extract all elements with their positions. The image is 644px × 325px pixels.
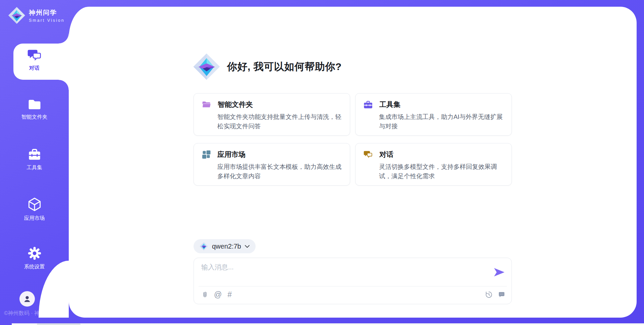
sidebar-item-label: 智能文件夹 bbox=[21, 114, 48, 121]
send-icon bbox=[494, 267, 505, 277]
sidebar-item-smart-folders[interactable]: 智能文件夹 bbox=[0, 99, 69, 121]
card-title: 对话 bbox=[379, 150, 393, 159]
model-diamond-icon bbox=[200, 242, 208, 251]
card-description: 灵活切换多模型文件，支持多样回复效果调试，满足个性化需求 bbox=[379, 162, 503, 181]
brand-name: 神州问学 bbox=[29, 8, 65, 17]
composer-divider bbox=[199, 286, 507, 286]
folder-open-icon bbox=[202, 101, 211, 109]
mention-icon[interactable]: @ bbox=[214, 291, 222, 299]
message-composer: @ # bbox=[194, 258, 512, 304]
briefcase-icon bbox=[28, 148, 42, 161]
feature-cards: 智能文件夹 智能文件夹功能支持批量文件上传与清洗，轻松实现文件问答 工具集 集成… bbox=[194, 93, 512, 186]
gear-icon bbox=[28, 246, 42, 260]
user-profile[interactable]: AD bbox=[19, 291, 49, 307]
greeting-title: 你好, 我可以如何帮助你? bbox=[227, 60, 342, 74]
card-description: 集成市场上主流工具，助力AI与外界无缝扩展与对接 bbox=[379, 112, 503, 131]
sidebar: 神州问学 Smart Vision 对话 智能文件夹 bbox=[0, 0, 69, 325]
feedback-button[interactable] bbox=[498, 291, 505, 299]
chat-bubbles-icon bbox=[28, 49, 42, 62]
card-description: 应用市场提供丰富长文本模板，助力高效生成多样化文章内容 bbox=[217, 162, 342, 181]
model-name: qwen2:7b bbox=[212, 243, 241, 250]
assistant-diamond-icon bbox=[193, 53, 220, 80]
card-title: 应用市场 bbox=[217, 150, 246, 159]
main-panel: 你好, 我可以如何帮助你? 智能文件夹 智能文件夹功能支持批量文件上传与清洗，轻… bbox=[69, 7, 637, 318]
apps-grid-icon bbox=[202, 150, 211, 159]
sidebar-item-label: 应用市场 bbox=[24, 215, 45, 222]
sidebar-item-toolset[interactable]: 工具集 bbox=[0, 148, 69, 171]
attach-file-button[interactable] bbox=[201, 291, 208, 299]
history-icon bbox=[485, 291, 493, 299]
feedback-icon bbox=[498, 291, 505, 299]
card-description: 智能文件夹功能支持批量文件上传与清洗，轻松实现文件问答 bbox=[217, 112, 342, 131]
sidebar-item-label: 系统设置 bbox=[24, 263, 45, 270]
user-initials: AD bbox=[40, 295, 49, 303]
copyright-text: ©神州数码 · 神州问学出品 bbox=[4, 310, 68, 317]
folder-icon bbox=[28, 99, 42, 111]
briefcase-icon bbox=[364, 101, 373, 109]
brand-diamond-icon bbox=[8, 7, 25, 24]
person-icon bbox=[23, 295, 32, 303]
sidebar-item-label: 对话 bbox=[29, 65, 40, 72]
card-title: 智能文件夹 bbox=[218, 100, 253, 109]
sidebar-item-app-market[interactable]: 应用市场 bbox=[0, 197, 69, 222]
card-title: 工具集 bbox=[379, 100, 400, 109]
app-window: 神州问学 Smart Vision 对话 智能文件夹 bbox=[0, 0, 644, 325]
history-button[interactable] bbox=[485, 291, 493, 299]
card-app-market[interactable]: 应用市场 应用市场提供丰富长文本模板，助力高效生成多样化文章内容 bbox=[194, 143, 350, 186]
scrollbar-thumb[interactable] bbox=[37, 323, 80, 325]
sidebar-item-settings[interactable]: 系统设置 bbox=[0, 246, 69, 270]
message-input[interactable] bbox=[201, 263, 486, 283]
avatar bbox=[19, 291, 35, 307]
cube-icon bbox=[28, 197, 42, 212]
send-button[interactable] bbox=[494, 267, 505, 277]
sidebar-item-chat[interactable]: 对话 bbox=[0, 49, 69, 72]
sidebar-item-label: 工具集 bbox=[26, 164, 42, 171]
brand-logo: 神州问学 Smart Vision bbox=[8, 7, 65, 24]
chevron-down-icon bbox=[245, 245, 250, 248]
hashtag-icon[interactable]: # bbox=[227, 291, 232, 299]
model-selector[interactable]: qwen2:7b bbox=[194, 239, 256, 253]
paperclip-icon bbox=[201, 291, 208, 299]
horizontal-scrollbar[interactable] bbox=[12, 323, 644, 325]
card-chat[interactable]: 对话 灵活切换多模型文件，支持多样回复效果调试，满足个性化需求 bbox=[355, 143, 512, 186]
brand-subtitle: Smart Vision bbox=[29, 18, 65, 23]
card-smart-folders[interactable]: 智能文件夹 智能文件夹功能支持批量文件上传与清洗，轻松实现文件问答 bbox=[194, 93, 350, 136]
card-toolset[interactable]: 工具集 集成市场上主流工具，助力AI与外界无缝扩展与对接 bbox=[355, 93, 512, 136]
chat-bubbles-icon bbox=[364, 150, 373, 158]
greeting-block: 你好, 我可以如何帮助你? bbox=[193, 53, 342, 80]
